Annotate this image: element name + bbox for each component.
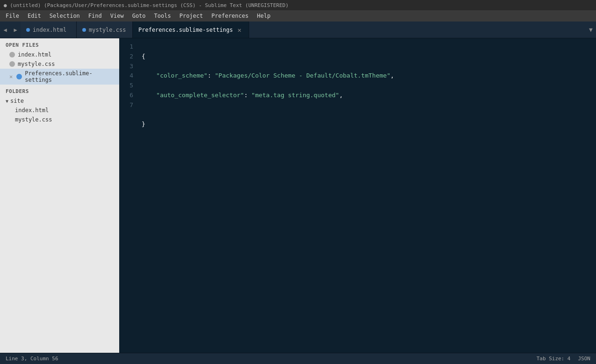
sidebar-file-name: index.html: [18, 51, 51, 58]
editor-area[interactable]: 1 2 3 4 5 6 7 { "color_scheme": "Package…: [119, 38, 596, 353]
line-numbers: 1 2 3 4 5 6 7: [119, 42, 138, 349]
main-area: OPEN FILES index.html mystyle.css ✕ Pref…: [0, 38, 596, 353]
status-left: Line 3, Column 56: [6, 356, 58, 362]
status-right: Tab Size: 4 JSON: [537, 356, 590, 362]
menu-item-tools[interactable]: Tools: [151, 12, 175, 20]
menu-item-preferences[interactable]: Preferences: [208, 12, 252, 20]
menu-item-help[interactable]: Help: [253, 12, 274, 20]
file-icon: [9, 52, 15, 57]
tab-label: mystyle.css: [89, 27, 126, 33]
sidebar-folder-file-index-html[interactable]: index.html: [0, 106, 119, 115]
sidebar-folder-file-name: mystyle.css: [15, 116, 52, 123]
line-number: 1: [119, 42, 133, 52]
menu-item-edit[interactable]: Edit: [24, 12, 45, 20]
file-icon: [9, 61, 15, 67]
sidebar-folder-file-name: index.html: [15, 107, 49, 114]
tab-nav-prev[interactable]: ◀: [0, 21, 10, 38]
sidebar: OPEN FILES index.html mystyle.css ✕ Pref…: [0, 38, 119, 353]
sidebar-file-index-html[interactable]: index.html: [0, 50, 119, 59]
folder-name: site: [10, 98, 24, 104]
code-content[interactable]: { "color_scheme": "Packages/Color Scheme…: [138, 42, 596, 349]
file-close-icon[interactable]: ✕: [9, 73, 13, 80]
code-line-3: "auto_complete_selector": "meta.tag stri…: [142, 91, 592, 100]
sidebar-folder-site[interactable]: ▼ site: [0, 96, 119, 106]
tab-dot: [82, 28, 86, 32]
code-line-2: "color_scheme": "Packages/Color Scheme -…: [142, 71, 592, 81]
menu-item-project[interactable]: Project: [176, 12, 207, 20]
tab-dot: [26, 28, 30, 32]
tab-close-button[interactable]: ✕: [236, 26, 243, 34]
cursor-position: Line 3, Column 56: [6, 356, 58, 362]
sidebar-file-name: Preferences.sublime-settings: [25, 70, 114, 83]
status-bar: Line 3, Column 56 Tab Size: 4 JSON: [0, 353, 596, 364]
line-number: 7: [119, 100, 133, 110]
tab-preferences-sublime-settings[interactable]: Preferences.sublime-settings ✕: [133, 21, 249, 38]
tab-bar: ◀ ▶ index.html mystyle.css Preferences.s…: [0, 21, 596, 38]
menu-item-view[interactable]: View: [107, 12, 128, 20]
sidebar-file-name: mystyle.css: [18, 61, 55, 67]
tab-nav-next[interactable]: ▶: [10, 21, 21, 38]
sidebar-file-mystyle-css[interactable]: mystyle.css: [0, 59, 119, 69]
file-icon: [16, 74, 22, 79]
line-number: 4: [119, 71, 133, 81]
tab-label: Preferences.sublime-settings: [138, 27, 233, 33]
tab-label: index.html: [33, 27, 66, 33]
sidebar-file-preferences[interactable]: ✕ Preferences.sublime-settings: [0, 69, 119, 85]
menu-item-goto[interactable]: Goto: [129, 12, 150, 20]
menu-bar: FileEditSelectionFindViewGotoToolsProjec…: [0, 10, 596, 21]
tab-index-html[interactable]: index.html: [21, 21, 77, 38]
tab-overflow-button[interactable]: ▼: [586, 21, 596, 38]
menu-item-file[interactable]: File: [2, 12, 23, 20]
tab-mystyle-css[interactable]: mystyle.css: [77, 21, 133, 38]
line-number: 5: [119, 81, 133, 91]
title-text: ● (untitled) (Packages/User/Preferences.…: [4, 2, 288, 8]
open-files-header: OPEN FILES: [0, 38, 119, 50]
title-bar: ● (untitled) (Packages/User/Preferences.…: [0, 0, 596, 10]
syntax-label[interactable]: JSON: [578, 356, 591, 362]
sidebar-folder-file-mystyle-css[interactable]: mystyle.css: [0, 115, 119, 124]
tab-size[interactable]: Tab Size: 4: [537, 356, 571, 362]
menu-item-selection[interactable]: Selection: [46, 12, 84, 20]
line-number: 2: [119, 52, 133, 62]
code-line-5: }: [142, 120, 592, 129]
line-number: 3: [119, 62, 133, 71]
folders-header: FOLDERS: [0, 85, 119, 96]
code-area: 1 2 3 4 5 6 7 { "color_scheme": "Package…: [119, 38, 596, 353]
line-number: 6: [119, 91, 133, 100]
folder-arrow-icon: ▼: [6, 99, 8, 104]
menu-item-find[interactable]: Find: [85, 12, 106, 20]
code-line-1: {: [142, 52, 592, 62]
